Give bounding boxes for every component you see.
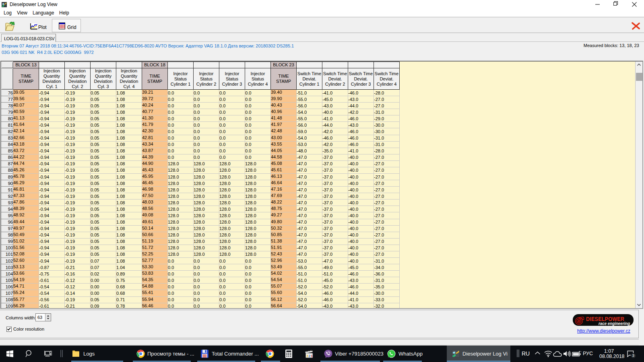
- svg-text:1: 1: [311, 354, 313, 358]
- svg-text:2: 2: [309, 354, 311, 358]
- svg-text:3: 3: [306, 354, 308, 358]
